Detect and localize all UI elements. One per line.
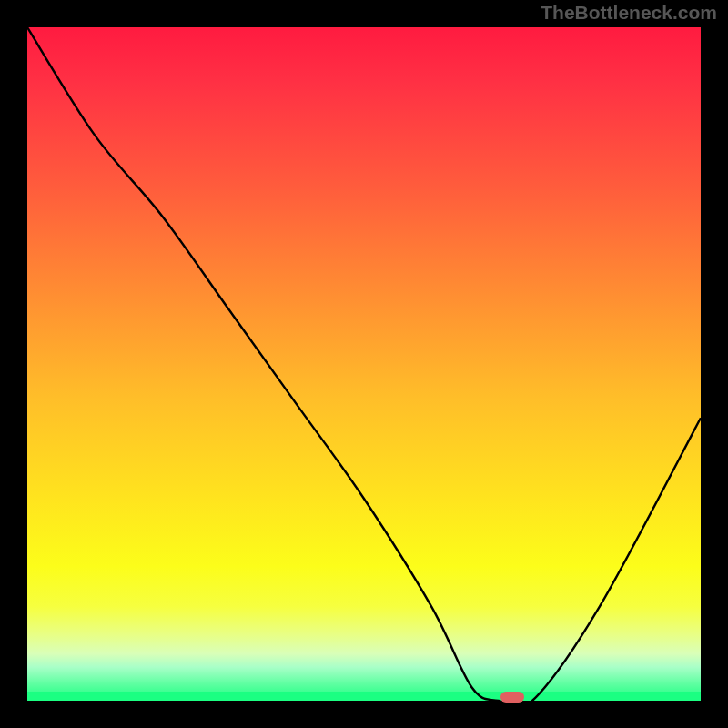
minimum-marker (500, 692, 524, 703)
plot-area (27, 27, 701, 701)
chart-frame: TheBottleneck.com (0, 0, 728, 728)
bottleneck-curve-path (27, 27, 701, 701)
watermark-text: TheBottleneck.com (541, 2, 717, 24)
curve-svg (27, 27, 701, 701)
